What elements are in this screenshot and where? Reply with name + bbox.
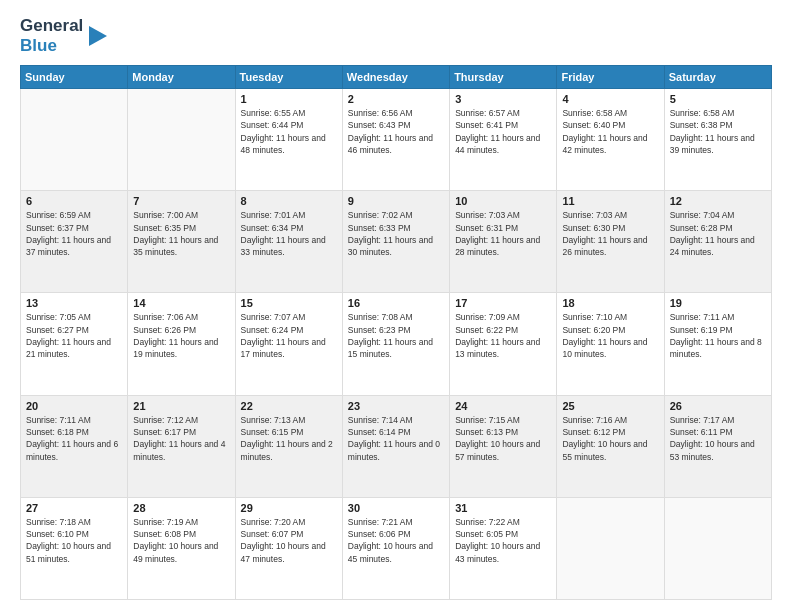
calendar-cell: 22Sunrise: 7:13 AM Sunset: 6:15 PM Dayli… [235, 395, 342, 497]
calendar-cell: 19Sunrise: 7:11 AM Sunset: 6:19 PM Dayli… [664, 293, 771, 395]
day-info: Sunrise: 7:06 AM Sunset: 6:26 PM Dayligh… [133, 311, 229, 360]
day-info: Sunrise: 7:02 AM Sunset: 6:33 PM Dayligh… [348, 209, 444, 258]
day-header-sunday: Sunday [21, 66, 128, 89]
day-number: 29 [241, 502, 337, 514]
day-info: Sunrise: 7:11 AM Sunset: 6:19 PM Dayligh… [670, 311, 766, 360]
day-number: 5 [670, 93, 766, 105]
calendar-cell: 28Sunrise: 7:19 AM Sunset: 6:08 PM Dayli… [128, 497, 235, 599]
day-header-monday: Monday [128, 66, 235, 89]
day-number: 26 [670, 400, 766, 412]
day-info: Sunrise: 7:04 AM Sunset: 6:28 PM Dayligh… [670, 209, 766, 258]
day-info: Sunrise: 7:10 AM Sunset: 6:20 PM Dayligh… [562, 311, 658, 360]
calendar-week-1: 1Sunrise: 6:55 AM Sunset: 6:44 PM Daylig… [21, 89, 772, 191]
calendar-header-row: SundayMondayTuesdayWednesdayThursdayFrid… [21, 66, 772, 89]
day-number: 21 [133, 400, 229, 412]
calendar-cell: 7Sunrise: 7:00 AM Sunset: 6:35 PM Daylig… [128, 191, 235, 293]
calendar-cell: 30Sunrise: 7:21 AM Sunset: 6:06 PM Dayli… [342, 497, 449, 599]
day-info: Sunrise: 6:57 AM Sunset: 6:41 PM Dayligh… [455, 107, 551, 156]
day-number: 15 [241, 297, 337, 309]
day-info: Sunrise: 7:16 AM Sunset: 6:12 PM Dayligh… [562, 414, 658, 463]
day-number: 22 [241, 400, 337, 412]
header: General Blue [20, 16, 772, 55]
calendar-cell: 8Sunrise: 7:01 AM Sunset: 6:34 PM Daylig… [235, 191, 342, 293]
day-info: Sunrise: 7:22 AM Sunset: 6:05 PM Dayligh… [455, 516, 551, 565]
calendar-cell: 15Sunrise: 7:07 AM Sunset: 6:24 PM Dayli… [235, 293, 342, 395]
calendar-week-2: 6Sunrise: 6:59 AM Sunset: 6:37 PM Daylig… [21, 191, 772, 293]
calendar-cell: 2Sunrise: 6:56 AM Sunset: 6:43 PM Daylig… [342, 89, 449, 191]
day-info: Sunrise: 7:21 AM Sunset: 6:06 PM Dayligh… [348, 516, 444, 565]
day-number: 16 [348, 297, 444, 309]
day-number: 25 [562, 400, 658, 412]
day-info: Sunrise: 6:58 AM Sunset: 6:38 PM Dayligh… [670, 107, 766, 156]
day-info: Sunrise: 7:00 AM Sunset: 6:35 PM Dayligh… [133, 209, 229, 258]
day-number: 9 [348, 195, 444, 207]
calendar-cell: 27Sunrise: 7:18 AM Sunset: 6:10 PM Dayli… [21, 497, 128, 599]
day-info: Sunrise: 7:13 AM Sunset: 6:15 PM Dayligh… [241, 414, 337, 463]
day-info: Sunrise: 7:05 AM Sunset: 6:27 PM Dayligh… [26, 311, 122, 360]
calendar-cell: 31Sunrise: 7:22 AM Sunset: 6:05 PM Dayli… [450, 497, 557, 599]
calendar-cell [664, 497, 771, 599]
day-info: Sunrise: 7:03 AM Sunset: 6:31 PM Dayligh… [455, 209, 551, 258]
calendar-cell: 25Sunrise: 7:16 AM Sunset: 6:12 PM Dayli… [557, 395, 664, 497]
day-number: 7 [133, 195, 229, 207]
day-header-thursday: Thursday [450, 66, 557, 89]
day-number: 31 [455, 502, 551, 514]
calendar-cell: 16Sunrise: 7:08 AM Sunset: 6:23 PM Dayli… [342, 293, 449, 395]
day-info: Sunrise: 7:01 AM Sunset: 6:34 PM Dayligh… [241, 209, 337, 258]
calendar-cell [557, 497, 664, 599]
calendar-cell: 6Sunrise: 6:59 AM Sunset: 6:37 PM Daylig… [21, 191, 128, 293]
day-info: Sunrise: 7:03 AM Sunset: 6:30 PM Dayligh… [562, 209, 658, 258]
day-number: 24 [455, 400, 551, 412]
svg-marker-0 [89, 26, 107, 46]
calendar-cell: 29Sunrise: 7:20 AM Sunset: 6:07 PM Dayli… [235, 497, 342, 599]
day-info: Sunrise: 7:09 AM Sunset: 6:22 PM Dayligh… [455, 311, 551, 360]
calendar-cell: 4Sunrise: 6:58 AM Sunset: 6:40 PM Daylig… [557, 89, 664, 191]
calendar-cell: 14Sunrise: 7:06 AM Sunset: 6:26 PM Dayli… [128, 293, 235, 395]
calendar-cell: 13Sunrise: 7:05 AM Sunset: 6:27 PM Dayli… [21, 293, 128, 395]
day-number: 14 [133, 297, 229, 309]
day-info: Sunrise: 6:56 AM Sunset: 6:43 PM Dayligh… [348, 107, 444, 156]
day-info: Sunrise: 7:18 AM Sunset: 6:10 PM Dayligh… [26, 516, 122, 565]
day-info: Sunrise: 7:20 AM Sunset: 6:07 PM Dayligh… [241, 516, 337, 565]
day-info: Sunrise: 7:07 AM Sunset: 6:24 PM Dayligh… [241, 311, 337, 360]
day-number: 30 [348, 502, 444, 514]
calendar-cell: 12Sunrise: 7:04 AM Sunset: 6:28 PM Dayli… [664, 191, 771, 293]
day-info: Sunrise: 7:08 AM Sunset: 6:23 PM Dayligh… [348, 311, 444, 360]
day-number: 10 [455, 195, 551, 207]
calendar-cell: 21Sunrise: 7:12 AM Sunset: 6:17 PM Dayli… [128, 395, 235, 497]
day-number: 13 [26, 297, 122, 309]
day-number: 8 [241, 195, 337, 207]
day-number: 12 [670, 195, 766, 207]
day-number: 23 [348, 400, 444, 412]
day-number: 4 [562, 93, 658, 105]
calendar-cell [128, 89, 235, 191]
day-number: 11 [562, 195, 658, 207]
day-number: 2 [348, 93, 444, 105]
day-header-saturday: Saturday [664, 66, 771, 89]
page: General Blue SundayMondayTuesdayWednesda… [0, 0, 792, 612]
day-number: 27 [26, 502, 122, 514]
calendar-cell: 18Sunrise: 7:10 AM Sunset: 6:20 PM Dayli… [557, 293, 664, 395]
calendar-cell: 23Sunrise: 7:14 AM Sunset: 6:14 PM Dayli… [342, 395, 449, 497]
day-number: 19 [670, 297, 766, 309]
calendar-cell: 26Sunrise: 7:17 AM Sunset: 6:11 PM Dayli… [664, 395, 771, 497]
calendar-cell: 9Sunrise: 7:02 AM Sunset: 6:33 PM Daylig… [342, 191, 449, 293]
day-info: Sunrise: 6:55 AM Sunset: 6:44 PM Dayligh… [241, 107, 337, 156]
calendar-cell: 3Sunrise: 6:57 AM Sunset: 6:41 PM Daylig… [450, 89, 557, 191]
calendar-cell: 17Sunrise: 7:09 AM Sunset: 6:22 PM Dayli… [450, 293, 557, 395]
logo-container: General Blue [20, 16, 109, 55]
day-info: Sunrise: 6:58 AM Sunset: 6:40 PM Dayligh… [562, 107, 658, 156]
day-header-tuesday: Tuesday [235, 66, 342, 89]
calendar-cell: 1Sunrise: 6:55 AM Sunset: 6:44 PM Daylig… [235, 89, 342, 191]
day-number: 1 [241, 93, 337, 105]
calendar-table: SundayMondayTuesdayWednesdayThursdayFrid… [20, 65, 772, 600]
day-info: Sunrise: 7:14 AM Sunset: 6:14 PM Dayligh… [348, 414, 444, 463]
calendar-cell: 24Sunrise: 7:15 AM Sunset: 6:13 PM Dayli… [450, 395, 557, 497]
day-number: 6 [26, 195, 122, 207]
calendar-week-5: 27Sunrise: 7:18 AM Sunset: 6:10 PM Dayli… [21, 497, 772, 599]
day-number: 3 [455, 93, 551, 105]
calendar-week-3: 13Sunrise: 7:05 AM Sunset: 6:27 PM Dayli… [21, 293, 772, 395]
logo-general-text: General [20, 16, 83, 36]
day-number: 28 [133, 502, 229, 514]
day-info: Sunrise: 7:17 AM Sunset: 6:11 PM Dayligh… [670, 414, 766, 463]
